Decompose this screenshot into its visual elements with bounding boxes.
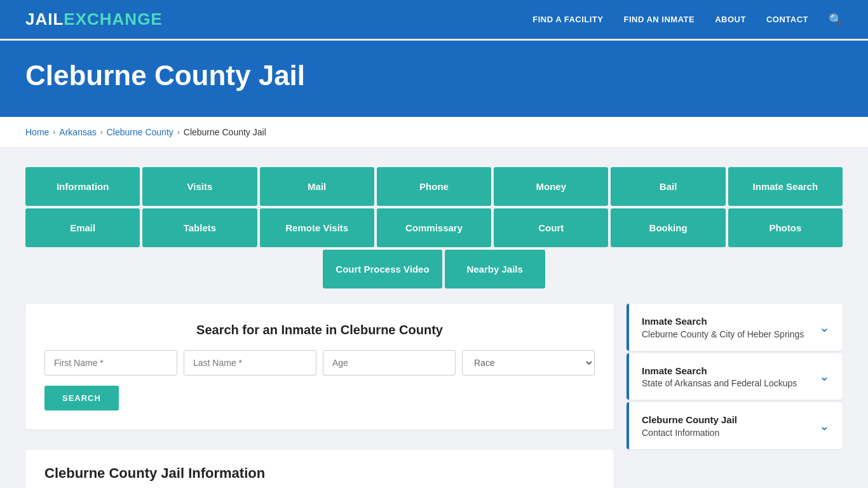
navbar: JAIL EXCHANGE FIND A FACILITY FIND AN IN… bbox=[0, 0, 868, 41]
breadcrumb-sep-1: › bbox=[53, 128, 55, 137]
left-column: Search for an Inmate in Cleburne County … bbox=[25, 304, 614, 488]
search-inputs: Race White Black Hispanic Asian Other bbox=[44, 350, 595, 376]
sidebar-item-contact-text: Cleburne County Jail Contact Information bbox=[642, 414, 737, 438]
sidebar-item-cleburne-subtitle: Cleburne County & City of Heber Springs bbox=[642, 329, 804, 339]
sidebar-item-arkansas-subtitle: State of Arkansas and Federal Lockups bbox=[642, 378, 797, 388]
breadcrumb-cleburne-county[interactable]: Cleburne County bbox=[107, 127, 173, 137]
nav-links: FIND A FACILITY FIND AN INMATE ABOUT CON… bbox=[532, 13, 843, 27]
nav-find-inmate[interactable]: FIND AN INMATE bbox=[623, 15, 695, 24]
race-select[interactable]: Race White Black Hispanic Asian Other bbox=[462, 350, 595, 376]
search-title: Search for an Inmate in Cleburne County bbox=[44, 323, 595, 337]
grid-row-3: Court Process Video Nearby Jails bbox=[25, 250, 843, 288]
breadcrumb-sep-3: › bbox=[177, 128, 180, 137]
btn-visits[interactable]: Visits bbox=[142, 167, 257, 206]
sidebar-item-cleburne-title: Inmate Search bbox=[642, 315, 804, 328]
breadcrumb-arkansas[interactable]: Arkansas bbox=[59, 127, 96, 137]
nav-about[interactable]: ABOUT bbox=[715, 15, 746, 24]
sidebar-item-contact-title: Cleburne County Jail bbox=[642, 414, 737, 426]
btn-photos[interactable]: Photos bbox=[728, 208, 843, 247]
nav-find-facility[interactable]: FIND A FACILITY bbox=[532, 15, 603, 24]
btn-phone[interactable]: Phone bbox=[377, 167, 491, 206]
last-name-input[interactable] bbox=[184, 350, 316, 376]
search-icon[interactable]: 🔍 bbox=[829, 13, 843, 27]
sidebar-item-arkansas-header[interactable]: Inmate Search State of Arkansas and Fede… bbox=[627, 353, 843, 400]
search-button[interactable]: SEARCH bbox=[44, 386, 119, 410]
age-input[interactable] bbox=[323, 350, 456, 376]
sidebar-item-arkansas-text: Inmate Search State of Arkansas and Fede… bbox=[642, 365, 797, 389]
sidebar: Inmate Search Cleburne County & City of … bbox=[627, 304, 843, 452]
sidebar-item-arkansas: Inmate Search State of Arkansas and Fede… bbox=[627, 353, 843, 400]
sidebar-item-contact-header[interactable]: Cleburne County Jail Contact Information… bbox=[627, 402, 843, 449]
sidebar-item-cleburne-header[interactable]: Inmate Search Cleburne County & City of … bbox=[627, 304, 843, 351]
chevron-down-icon-3: ⌄ bbox=[819, 418, 830, 433]
breadcrumb-current: Cleburne County Jail bbox=[184, 127, 266, 137]
btn-commissary[interactable]: Commissary bbox=[377, 208, 491, 247]
btn-information[interactable]: Information bbox=[25, 167, 140, 206]
search-card: Search for an Inmate in Cleburne County … bbox=[25, 304, 614, 430]
logo-exchange: EXCHANGE bbox=[64, 10, 162, 29]
sidebar-item-arkansas-title: Inmate Search bbox=[642, 365, 797, 377]
main-content: Information Visits Mail Phone Money Bail… bbox=[0, 148, 868, 488]
btn-court[interactable]: Court bbox=[494, 208, 608, 247]
btn-inmate-search[interactable]: Inmate Search bbox=[728, 167, 843, 206]
sidebar-item-cleburne-text: Inmate Search Cleburne County & City of … bbox=[642, 315, 804, 339]
info-title: Cleburne County Jail Information bbox=[44, 465, 595, 482]
nav-contact[interactable]: CONTACT bbox=[766, 15, 808, 24]
hero-section: Cleburne County Jail bbox=[0, 41, 868, 117]
btn-tablets[interactable]: Tablets bbox=[142, 208, 257, 247]
logo[interactable]: JAIL EXCHANGE bbox=[25, 10, 163, 29]
btn-court-process-video[interactable]: Court Process Video bbox=[323, 250, 442, 288]
first-name-input[interactable] bbox=[44, 350, 177, 376]
sidebar-item-cleburne: Inmate Search Cleburne County & City of … bbox=[627, 304, 843, 351]
btn-remote-visits[interactable]: Remote Visits bbox=[260, 208, 374, 247]
btn-booking[interactable]: Booking bbox=[611, 208, 725, 247]
btn-email[interactable]: Email bbox=[25, 208, 140, 247]
breadcrumb-sep-2: › bbox=[100, 128, 103, 137]
btn-money[interactable]: Money bbox=[494, 167, 608, 206]
breadcrumb-home[interactable]: Home bbox=[25, 127, 49, 137]
grid-row-2: Email Tablets Remote Visits Commissary C… bbox=[25, 208, 843, 247]
btn-mail[interactable]: Mail bbox=[260, 167, 374, 206]
grid-row-1: Information Visits Mail Phone Money Bail… bbox=[25, 167, 843, 206]
chevron-down-icon: ⌄ bbox=[819, 320, 830, 335]
lower-section: Search for an Inmate in Cleburne County … bbox=[25, 304, 843, 488]
page-title: Cleburne County Jail bbox=[25, 60, 843, 92]
info-section: Cleburne County Jail Information bbox=[25, 450, 614, 488]
logo-jail: JAIL bbox=[25, 10, 64, 29]
chevron-down-icon-2: ⌄ bbox=[819, 369, 830, 384]
sidebar-item-contact: Cleburne County Jail Contact Information… bbox=[627, 402, 843, 449]
breadcrumb: Home › Arkansas › Cleburne County › Cleb… bbox=[0, 117, 868, 148]
btn-nearby-jails[interactable]: Nearby Jails bbox=[445, 250, 545, 288]
btn-bail[interactable]: Bail bbox=[611, 167, 725, 206]
sidebar-item-contact-subtitle: Contact Information bbox=[642, 428, 737, 438]
